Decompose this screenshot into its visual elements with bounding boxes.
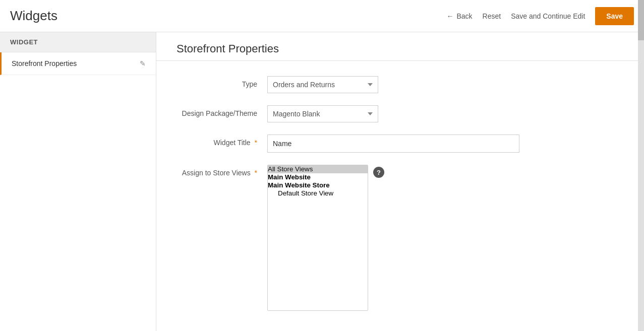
required-star-store: * <box>255 169 257 177</box>
assign-store-control-wrap: All Store Views Main Website Main Websit… <box>267 165 530 311</box>
design-package-row: Design Package/Theme Magento Blank <box>177 105 624 122</box>
store-view-option-default-store-view[interactable]: Default Store View <box>268 189 368 197</box>
widget-title-control-wrap <box>267 135 530 153</box>
assign-store-row: Assign to Store Views * All Store Views … <box>177 165 624 311</box>
sidebar-item-storefront-properties[interactable]: Storefront Properties ✎ <box>0 52 156 75</box>
scrollbar-thumb[interactable] <box>638 0 644 40</box>
store-view-option-main-website-store[interactable]: Main Website Store <box>268 181 368 189</box>
type-select[interactable]: Orders and Returns <box>267 76 378 93</box>
design-package-select[interactable]: Magento Blank <box>267 105 378 122</box>
page-layout: WIDGET Storefront Properties ✎ Storefron… <box>0 32 644 331</box>
sidebar-section-title: WIDGET <box>0 32 156 52</box>
page-header: Widgets ← Back Reset Save and Continue E… <box>0 0 644 32</box>
back-arrow-icon: ← <box>446 12 453 20</box>
type-label: Type <box>177 76 267 88</box>
widget-title-label: Widget Title * <box>177 135 267 147</box>
reset-button[interactable]: Reset <box>483 12 501 20</box>
required-star: * <box>255 139 257 147</box>
header-actions: ← Back Reset Save and Continue Edit Save <box>446 7 634 25</box>
edit-icon[interactable]: ✎ <box>140 59 146 68</box>
store-view-option-all[interactable]: All Store Views <box>268 165 368 173</box>
store-views-wrap: All Store Views Main Website Main Websit… <box>267 165 530 311</box>
design-package-label: Design Package/Theme <box>177 105 267 117</box>
save-continue-button[interactable]: Save and Continue Edit <box>511 12 585 20</box>
page-title: Widgets <box>10 8 57 24</box>
design-package-control-wrap: Magento Blank <box>267 105 530 122</box>
main-content: Storefront Properties Type Orders and Re… <box>156 32 644 331</box>
sidebar: WIDGET Storefront Properties ✎ <box>0 32 156 331</box>
type-row: Type Orders and Returns <box>177 76 624 93</box>
page-scrollbar[interactable] <box>638 0 644 331</box>
form-area: Type Orders and Returns Design Package/T… <box>156 76 644 331</box>
back-button[interactable]: ← Back <box>446 12 472 20</box>
save-button[interactable]: Save <box>595 7 634 25</box>
store-views-select[interactable]: All Store Views Main Website Main Websit… <box>267 165 368 311</box>
section-title: Storefront Properties <box>177 42 624 55</box>
help-icon[interactable]: ? <box>373 167 384 178</box>
type-control-wrap: Orders and Returns <box>267 76 530 93</box>
widget-title-row: Widget Title * <box>177 135 624 153</box>
sidebar-item-label: Storefront Properties <box>12 59 77 68</box>
store-view-option-main-website[interactable]: Main Website <box>268 173 368 181</box>
assign-store-label: Assign to Store Views * <box>177 165 267 177</box>
section-title-bar: Storefront Properties <box>156 32 644 61</box>
widget-title-input[interactable] <box>267 135 519 153</box>
